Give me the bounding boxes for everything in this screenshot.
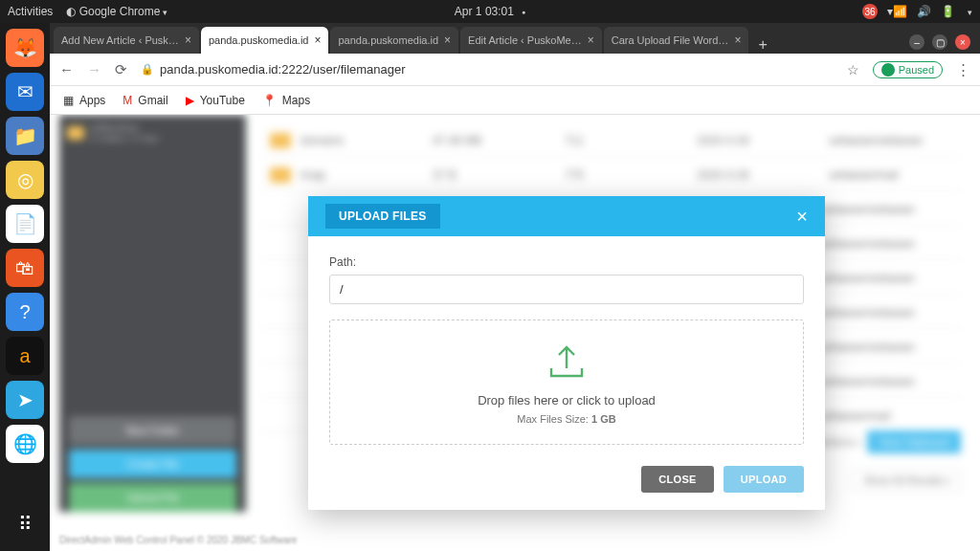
tab-bar: Add New Article ‹ Pusk…× panda.puskomedi…: [50, 23, 980, 54]
modal-header: UPLOAD FILES ×: [308, 196, 825, 236]
notification-badge[interactable]: 36: [862, 4, 878, 19]
close-icon[interactable]: ×: [314, 33, 321, 47]
menu-icon[interactable]: ⋮: [956, 61, 970, 78]
close-icon[interactable]: ×: [444, 33, 451, 47]
page-footer: DirectAdmin Web Control Panel © 2020 JBM…: [59, 535, 297, 545]
battery-icon[interactable]: 🔋: [941, 5, 955, 18]
dropzone[interactable]: Drop files here or click to upload Max F…: [329, 320, 804, 445]
software-icon[interactable]: 🛍: [6, 249, 44, 287]
tab-5[interactable]: Cara Upload File Word…×: [604, 27, 749, 54]
upload-modal: UPLOAD FILES × Path: Drop files here or …: [308, 196, 825, 510]
path-label: Path:: [329, 255, 804, 269]
address-bar: ← → ⟳ 🔒 panda.puskomedia.id:2222/user/fi…: [50, 54, 980, 86]
bookmark-star-icon[interactable]: ☆: [847, 62, 859, 77]
wifi-icon[interactable]: ▾📶: [887, 5, 907, 18]
gnome-topbar: Activities ◐ Google Chrome Apr 1 03:01 3…: [0, 0, 980, 23]
apps-bookmark[interactable]: ▦Apps: [63, 94, 105, 107]
profile-paused-chip[interactable]: Paused: [873, 61, 943, 78]
url-input[interactable]: 🔒 panda.puskomedia.id:2222/user/filemana…: [141, 62, 834, 77]
maps-icon: 📍: [262, 94, 277, 107]
close-button[interactable]: CLOSE: [641, 466, 713, 493]
modal-close-icon[interactable]: ×: [796, 206, 808, 228]
maps-bookmark[interactable]: 📍Maps: [262, 94, 310, 107]
activities-button[interactable]: Activities: [8, 5, 53, 18]
app-menu[interactable]: ◐ Google Chrome: [66, 5, 167, 18]
upload-icon: [340, 342, 793, 384]
forward-icon[interactable]: →: [87, 61, 101, 77]
lock-icon: 🔒: [141, 63, 154, 76]
bookmarks-bar: ▦Apps MGmail ▶YouTube 📍Maps: [50, 86, 980, 115]
rhythmbox-icon[interactable]: ◎: [6, 161, 44, 199]
chrome-window: Add New Article ‹ Pusk…× panda.puskomedi…: [50, 23, 980, 551]
thunderbird-icon[interactable]: ✉: [6, 73, 44, 111]
libreoffice-icon[interactable]: 📄: [6, 205, 44, 243]
dropzone-text: Drop files here or click to upload: [340, 393, 793, 408]
upload-button[interactable]: UPLOAD: [724, 466, 804, 493]
back-icon[interactable]: ←: [59, 61, 74, 77]
datetime[interactable]: Apr 1 03:01: [455, 5, 525, 18]
chrome-dock-icon[interactable]: 🌐: [6, 425, 44, 463]
chrome-icon: ◐: [66, 5, 76, 18]
path-input[interactable]: [329, 275, 804, 304]
reload-icon[interactable]: ⟳: [115, 61, 127, 78]
close-icon[interactable]: ×: [734, 33, 741, 47]
dock: 🦊 ✉ 📁 ◎ 📄 🛍 ? a ➤ 🌐 ⠿: [0, 23, 50, 551]
tab-1[interactable]: Add New Article ‹ Pusk…×: [54, 27, 199, 54]
system-menu[interactable]: [965, 5, 972, 18]
window-close-button[interactable]: ×: [955, 34, 970, 50]
help-icon[interactable]: ?: [6, 293, 44, 331]
url-text: panda.puskomedia.id:2222/user/filemanage…: [160, 62, 406, 77]
close-icon[interactable]: ×: [185, 33, 191, 47]
apps-icon: ▦: [63, 94, 74, 107]
tab-3[interactable]: panda.puskomedia.id×: [330, 27, 458, 54]
volume-icon[interactable]: 🔊: [917, 5, 931, 18]
firefox-icon[interactable]: 🦊: [6, 29, 44, 67]
gmail-icon: M: [122, 94, 132, 107]
youtube-icon: ▶: [186, 94, 194, 107]
tab-2[interactable]: panda.puskomedia.id×: [201, 27, 329, 54]
minimize-button[interactable]: –: [909, 34, 924, 50]
maximize-button[interactable]: ▢: [932, 34, 947, 50]
amazon-icon[interactable]: a: [6, 337, 44, 375]
gmail-bookmark[interactable]: MGmail: [122, 94, 167, 107]
new-tab-button[interactable]: +: [750, 36, 774, 54]
show-apps-icon[interactable]: ⠿: [6, 505, 44, 543]
tab-4[interactable]: Edit Article ‹ PuskoMe…×: [460, 27, 602, 54]
youtube-bookmark[interactable]: ▶YouTube: [186, 94, 245, 107]
page-content: softaculous3 Folders / 3 Files New Folde…: [50, 115, 980, 551]
modal-title: UPLOAD FILES: [325, 204, 440, 229]
dropzone-subtext: Max Files Size: 1 GB: [340, 413, 793, 425]
telegram-icon[interactable]: ➤: [6, 381, 44, 419]
close-icon[interactable]: ×: [588, 33, 594, 47]
files-icon[interactable]: 📁: [6, 117, 44, 155]
